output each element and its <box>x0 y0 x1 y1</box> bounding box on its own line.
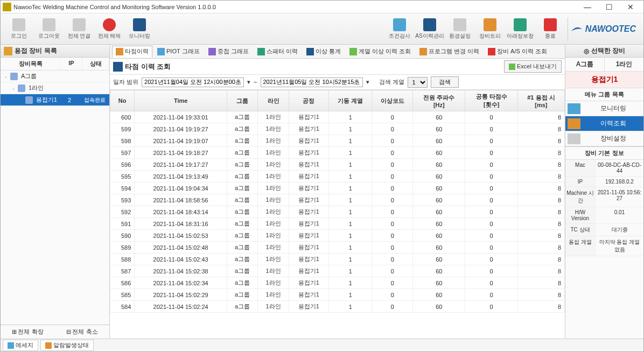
table-row[interactable]: 5942021-11-04 19:04:34a그룹1라인용접기1106008 <box>110 182 565 194</box>
info-key: IP <box>565 177 596 187</box>
col-name: 장비목록 <box>1 58 61 70</box>
collapse-icon: ⊟ <box>66 328 71 335</box>
tree-row[interactable]: -1라인 <box>1 82 109 94</box>
tree-toggle-icon[interactable]: - <box>3 73 9 80</box>
breadcrumb: A그룹 1라인 <box>565 58 643 72</box>
column-header[interactable]: 이상코드 <box>372 90 413 111</box>
column-header[interactable]: 공통 타점수[횟수] <box>465 90 517 111</box>
maximize-button[interactable]: ☐ <box>598 2 620 12</box>
search-button[interactable]: 검색 <box>431 76 459 88</box>
node-label: 1라인 <box>26 84 59 92</box>
table-row[interactable]: 5972021-11-04 19:18:27a그룹1라인용접기1106008 <box>110 147 565 159</box>
exit-icon <box>544 18 557 31</box>
menu-label: 이력조회 <box>583 119 643 128</box>
tilde: ~ <box>254 79 257 86</box>
menu-item[interactable]: 모니터링 <box>565 101 643 116</box>
table-row[interactable]: 5922021-11-04 18:43:14a그룹1라인용접기1106008 <box>110 206 565 218</box>
selected-equipment-panel: ◎ 선택한 장비 A그룹 1라인 용접기1 메뉴 그룹 목록 모니터링이력조회장… <box>565 45 643 339</box>
tree-toggle-icon[interactable]: - <box>10 85 17 91</box>
tree-row[interactable]: -A그룹 <box>1 71 109 82</box>
table-row[interactable]: 5992021-11-04 19:19:27a그룹1라인용접기1106008 <box>110 123 565 135</box>
date-from-input[interactable] <box>142 78 244 87</box>
column-header[interactable]: 공정 <box>289 90 328 111</box>
exit-button[interactable]: 종료 <box>535 16 565 43</box>
excel-export-button[interactable]: Excel 내보내기 <box>504 60 562 73</box>
settings-button[interactable]: 환경설정 <box>445 16 475 43</box>
info-window-button[interactable]: 아래정보창 <box>505 16 535 43</box>
app-window: NawooTec Welding Machine Control and Mon… <box>0 0 644 352</box>
expand-all-button[interactable]: ⊞전체 확장 <box>1 325 55 339</box>
table-row[interactable]: 5842021-11-04 15:02:24a그룹1라인용접기1106008 <box>110 301 565 313</box>
disconnect-all-button[interactable]: 전체 해제 <box>94 16 124 43</box>
monitoring-button[interactable]: 모니터링 <box>124 16 155 43</box>
sub-tab[interactable]: 장비 A/S 이력 조회 <box>484 46 551 58</box>
dropdown-icon[interactable]: ▾ <box>247 79 250 86</box>
dropdown-icon[interactable]: ▾ <box>366 79 369 86</box>
filter-row: 일자 범위 ▾ ~ ▾ 검색 계열 1 검색 <box>110 75 565 90</box>
menu-label: 장비설정 <box>583 134 643 143</box>
tab-label: 중첩 그래프 <box>218 47 249 55</box>
info-row: IP192.168.0.2 <box>565 177 643 187</box>
menu-group-header: 메뉴 그룹 목록 <box>565 88 643 101</box>
equip-tree-button[interactable]: 장비트리 <box>475 16 505 43</box>
table-row[interactable]: 5932021-11-04 18:58:56a그룹1라인용접기1106008 <box>110 194 565 206</box>
sub-tab[interactable]: PIOT 그래프 <box>153 46 204 58</box>
search-column-select[interactable]: 1 <box>408 77 428 88</box>
column-header[interactable]: 전원 주파수[Hz] <box>413 90 465 111</box>
tab-messages[interactable]: 메세지 <box>3 340 38 351</box>
sub-tab[interactable]: 계열 이상 이력 조회 <box>346 46 415 58</box>
horizontal-scrollbar[interactable] <box>110 330 565 339</box>
column-header[interactable]: No <box>110 90 135 111</box>
login-button[interactable]: 로그인 <box>4 16 34 43</box>
table-row[interactable]: 5892021-11-04 15:02:48a그룹1라인용접기1106008 <box>110 242 565 254</box>
tab-icon <box>257 48 265 55</box>
tree-row[interactable]: 용접기12접속완료 <box>1 94 109 106</box>
tab-icon <box>208 48 216 55</box>
tab-alarm-status[interactable]: 알람발생상태 <box>40 340 94 351</box>
logo-swoosh-icon <box>570 22 583 36</box>
table-row[interactable]: 5852021-11-04 15:02:29a그룹1라인용접기1106008 <box>110 289 565 301</box>
alarm-icon <box>45 342 52 349</box>
table-row[interactable]: 5912021-11-04 18:31:16a그룹1라인용접기1106008 <box>110 218 565 230</box>
menu-label: 모니터링 <box>583 104 643 113</box>
stop-icon <box>103 18 116 31</box>
tab-label: PIOT 그래프 <box>166 47 200 55</box>
table-row[interactable]: 5882021-11-04 15:02:43a그룹1라인용접기1106008 <box>110 254 565 265</box>
table-row[interactable]: 5982021-11-04 19:19:07a그룹1라인용접기1106008 <box>110 135 565 147</box>
connect-all-button[interactable]: 전체 연결 <box>64 16 94 43</box>
menu-item[interactable]: 장비설정 <box>565 131 643 146</box>
sub-tab[interactable]: 타점이력 <box>112 46 152 58</box>
sub-tab[interactable]: 프로그램 변경 이력 <box>416 46 483 58</box>
table-row[interactable]: 5902021-11-04 15:02:53a그룹1라인용접기1106008 <box>110 230 565 242</box>
table-row[interactable]: 5872021-11-04 15:02:38a그룹1라인용접기1106008 <box>110 265 565 277</box>
sub-tab[interactable]: 이상 통계 <box>303 46 345 58</box>
sub-tab[interactable]: 스패터 이력 <box>254 46 302 58</box>
column-header[interactable]: 라인 <box>258 90 289 111</box>
welder-name: 용접기1 <box>565 72 643 88</box>
column-header[interactable]: 기동 계열 <box>329 90 372 111</box>
collapse-all-button[interactable]: ⊟전체 축소 <box>55 325 109 339</box>
column-header[interactable]: 그룹 <box>227 90 258 111</box>
column-header[interactable]: #1 용접 시[ms] <box>517 90 564 111</box>
table-row[interactable]: 5862021-11-04 15:02:34a그룹1라인용접기1106008 <box>110 277 565 289</box>
table-row[interactable]: 5962021-11-04 19:17:27a그룹1라인용접기1106008 <box>110 159 565 171</box>
info-value: 2021-11-05 10:56:27 <box>596 187 643 207</box>
menu-icon <box>568 103 580 114</box>
condition-check-button[interactable]: 조건검사 <box>384 16 415 43</box>
date-to-input[interactable] <box>261 78 363 87</box>
bc-group: A그룹 <box>565 58 605 71</box>
table-row[interactable]: 6002021-11-04 19:33:01a그룹1라인용접기1106008 <box>110 111 565 123</box>
menu-item[interactable]: 이력조회 <box>565 116 643 131</box>
minimize-button[interactable]: — <box>577 2 598 12</box>
column-header[interactable]: Time <box>135 90 227 111</box>
logout-button[interactable]: 로그아웃 <box>34 16 64 43</box>
as-history-button[interactable]: AS이력관리 <box>415 16 445 43</box>
table-row[interactable]: 5952021-11-04 19:13:49a그룹1라인용접기1106008 <box>110 171 565 182</box>
sub-tab[interactable]: 중첩 그래프 <box>205 46 253 58</box>
node-label: A그룹 <box>19 72 59 80</box>
tree-columns: 장비목록 IP 상태 <box>1 58 109 71</box>
info-key: Machine 시간 <box>565 187 596 207</box>
close-button[interactable]: ✕ <box>620 2 641 12</box>
grid-scroll[interactable]: NoTime그룹라인공정기동 계열이상코드전원 주파수[Hz]공통 타점수[횟수… <box>110 90 565 330</box>
info-value: 대기중 <box>596 224 643 236</box>
